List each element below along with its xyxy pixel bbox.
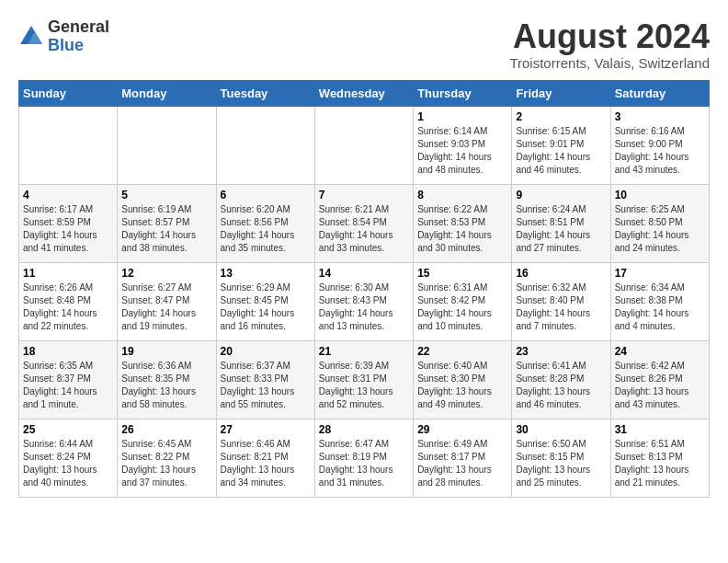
calendar-cell: 10Sunrise: 6:25 AMSunset: 8:50 PMDayligh… <box>610 184 709 262</box>
day-number: 1 <box>417 110 507 123</box>
calendar-cell: 24Sunrise: 6:42 AMSunset: 8:26 PMDayligh… <box>610 340 709 419</box>
calendar-cell: 21Sunrise: 6:39 AMSunset: 8:31 PMDayligh… <box>314 340 413 419</box>
sunrise-line: Sunrise: 6:21 AM <box>319 203 409 216</box>
sunset-line: Sunset: 8:59 PM <box>23 216 113 229</box>
calendar-cell: 18Sunrise: 6:35 AMSunset: 8:37 PMDayligh… <box>19 340 118 419</box>
sunset-line: Sunset: 8:48 PM <box>23 294 113 307</box>
daylight-minutes-line: and 37 minutes. <box>121 477 211 489</box>
sunset-line: Sunset: 8:37 PM <box>23 373 113 385</box>
daylight-minutes-line: and 58 minutes. <box>121 398 211 411</box>
calendar-cell: 16Sunrise: 6:32 AMSunset: 8:40 PMDayligh… <box>512 262 610 340</box>
daylight-minutes-line: and 52 minutes. <box>319 398 409 411</box>
daylight-line: Daylight: 13 hours <box>615 385 705 398</box>
calendar-cell: 6Sunrise: 6:20 AMSunset: 8:56 PMDaylight… <box>216 184 314 262</box>
sunrise-line: Sunrise: 6:50 AM <box>516 438 606 451</box>
day-number: 29 <box>417 423 507 436</box>
sunrise-line: Sunrise: 6:29 AM <box>221 282 311 294</box>
day-number: 14 <box>319 267 409 280</box>
sunset-line: Sunset: 8:43 PM <box>319 294 409 307</box>
daylight-line: Daylight: 14 hours <box>417 307 507 320</box>
calendar-cell: 28Sunrise: 6:47 AMSunset: 8:19 PMDayligh… <box>314 419 413 497</box>
weekday-header-sunday: Sunday <box>19 80 118 106</box>
daylight-minutes-line: and 24 minutes. <box>615 242 705 255</box>
sunset-line: Sunset: 8:31 PM <box>319 373 409 385</box>
day-number: 5 <box>121 189 211 201</box>
sunset-line: Sunset: 8:40 PM <box>516 294 606 307</box>
calendar-cell: 9Sunrise: 6:24 AMSunset: 8:51 PMDaylight… <box>512 184 610 262</box>
day-number: 20 <box>221 345 311 358</box>
day-number: 2 <box>516 110 606 123</box>
daylight-line: Daylight: 14 hours <box>319 307 409 320</box>
day-number: 7 <box>319 189 409 201</box>
calendar-cell: 23Sunrise: 6:41 AMSunset: 8:28 PMDayligh… <box>512 340 610 419</box>
sunrise-line: Sunrise: 6:25 AM <box>615 203 705 216</box>
calendar-cell: 27Sunrise: 6:46 AMSunset: 8:21 PMDayligh… <box>216 419 314 497</box>
daylight-line: Daylight: 14 hours <box>516 151 606 164</box>
sunrise-line: Sunrise: 6:49 AM <box>417 438 507 451</box>
sunrise-line: Sunrise: 6:40 AM <box>417 360 507 373</box>
daylight-line: Daylight: 14 hours <box>516 229 606 242</box>
calendar-cell <box>118 106 216 184</box>
daylight-line: Daylight: 13 hours <box>121 464 211 477</box>
day-number: 25 <box>23 423 113 436</box>
sunset-line: Sunset: 9:03 PM <box>417 138 507 151</box>
day-number: 17 <box>615 267 705 280</box>
calendar-cell: 8Sunrise: 6:22 AMSunset: 8:53 PMDaylight… <box>414 184 512 262</box>
sunrise-line: Sunrise: 6:30 AM <box>319 282 409 294</box>
sunset-line: Sunset: 8:15 PM <box>516 451 606 464</box>
sunset-line: Sunset: 8:45 PM <box>221 294 311 307</box>
day-number: 10 <box>615 189 705 201</box>
sunrise-line: Sunrise: 6:42 AM <box>615 360 705 373</box>
daylight-minutes-line: and 28 minutes. <box>417 477 507 489</box>
sunrise-line: Sunrise: 6:34 AM <box>615 282 705 294</box>
sunset-line: Sunset: 8:13 PM <box>615 451 705 464</box>
calendar-table: SundayMondayTuesdayWednesdayThursdayFrid… <box>18 80 710 498</box>
daylight-minutes-line: and 10 minutes. <box>417 320 507 333</box>
logo-icon <box>18 24 44 50</box>
daylight-line: Daylight: 14 hours <box>221 229 311 242</box>
sunrise-line: Sunrise: 6:35 AM <box>23 360 113 373</box>
daylight-minutes-line: and 49 minutes. <box>417 398 507 411</box>
sunset-line: Sunset: 8:17 PM <box>417 451 507 464</box>
daylight-minutes-line: and 34 minutes. <box>221 477 311 489</box>
calendar-cell: 30Sunrise: 6:50 AMSunset: 8:15 PMDayligh… <box>512 419 610 497</box>
calendar-cell <box>314 106 413 184</box>
calendar-cell: 19Sunrise: 6:36 AMSunset: 8:35 PMDayligh… <box>118 340 216 419</box>
sunset-line: Sunset: 8:53 PM <box>417 216 507 229</box>
daylight-minutes-line: and 25 minutes. <box>516 477 606 489</box>
calendar-cell: 4Sunrise: 6:17 AMSunset: 8:59 PMDaylight… <box>19 184 118 262</box>
sunset-line: Sunset: 8:21 PM <box>221 451 311 464</box>
sunrise-line: Sunrise: 6:16 AM <box>615 125 705 138</box>
daylight-line: Daylight: 13 hours <box>221 464 311 477</box>
daylight-minutes-line: and 19 minutes. <box>121 320 211 333</box>
daylight-minutes-line: and 1 minute. <box>23 398 113 411</box>
sunset-line: Sunset: 8:28 PM <box>516 373 606 385</box>
day-number: 30 <box>516 423 606 436</box>
sunrise-line: Sunrise: 6:27 AM <box>121 282 211 294</box>
calendar-cell: 12Sunrise: 6:27 AMSunset: 8:47 PMDayligh… <box>118 262 216 340</box>
sunset-line: Sunset: 8:57 PM <box>121 216 211 229</box>
daylight-line: Daylight: 14 hours <box>121 229 211 242</box>
calendar-cell: 25Sunrise: 6:44 AMSunset: 8:24 PMDayligh… <box>19 419 118 497</box>
daylight-line: Daylight: 14 hours <box>23 307 113 320</box>
daylight-minutes-line: and 16 minutes. <box>221 320 311 333</box>
daylight-minutes-line: and 48 minutes. <box>417 164 507 177</box>
daylight-minutes-line: and 31 minutes. <box>319 477 409 489</box>
day-number: 26 <box>121 423 211 436</box>
sunset-line: Sunset: 8:42 PM <box>417 294 507 307</box>
daylight-line: Daylight: 14 hours <box>23 229 113 242</box>
sunrise-line: Sunrise: 6:51 AM <box>615 438 705 451</box>
day-number: 9 <box>516 189 606 201</box>
weekday-header-tuesday: Tuesday <box>216 80 314 106</box>
day-number: 15 <box>417 267 507 280</box>
daylight-minutes-line: and 21 minutes. <box>615 477 705 489</box>
daylight-line: Daylight: 14 hours <box>417 151 507 164</box>
calendar-cell: 5Sunrise: 6:19 AMSunset: 8:57 PMDaylight… <box>118 184 216 262</box>
week-row-5: 25Sunrise: 6:44 AMSunset: 8:24 PMDayligh… <box>19 419 710 497</box>
month-title: August 2024 <box>509 18 710 55</box>
calendar-cell: 29Sunrise: 6:49 AMSunset: 8:17 PMDayligh… <box>414 419 512 497</box>
day-number: 27 <box>221 423 311 436</box>
sunrise-line: Sunrise: 6:24 AM <box>516 203 606 216</box>
sunrise-line: Sunrise: 6:36 AM <box>121 360 211 373</box>
weekday-header-monday: Monday <box>118 80 216 106</box>
